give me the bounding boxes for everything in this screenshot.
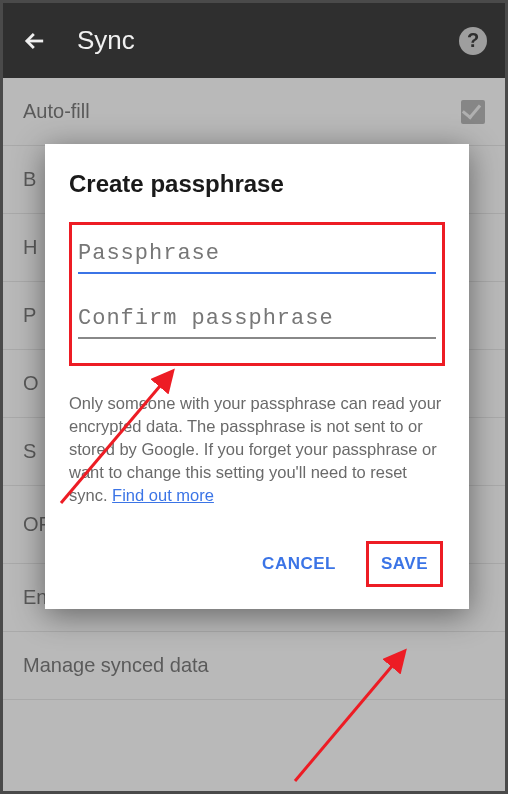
- page-title: Sync: [77, 25, 459, 56]
- top-bar: Sync ?: [3, 3, 505, 78]
- confirm-passphrase-field-wrap: [78, 300, 436, 339]
- confirm-passphrase-input[interactable]: [78, 300, 436, 339]
- passphrase-input[interactable]: [78, 235, 436, 274]
- find-out-more-link[interactable]: Find out more: [112, 486, 214, 504]
- back-icon[interactable]: [21, 27, 49, 55]
- help-icon[interactable]: ?: [459, 27, 487, 55]
- cancel-button[interactable]: CANCEL: [250, 541, 348, 587]
- dialog-actions: CANCEL SAVE: [69, 535, 445, 599]
- create-passphrase-dialog: Create passphrase Only someone with your…: [45, 144, 469, 609]
- save-button[interactable]: SAVE: [369, 544, 440, 584]
- passphrase-field-wrap: [78, 235, 436, 274]
- dialog-title: Create passphrase: [69, 170, 445, 198]
- save-highlight-annotation: SAVE: [366, 541, 443, 587]
- dialog-description: Only someone with your passphrase can re…: [69, 392, 445, 507]
- input-highlight-annotation: [69, 222, 445, 366]
